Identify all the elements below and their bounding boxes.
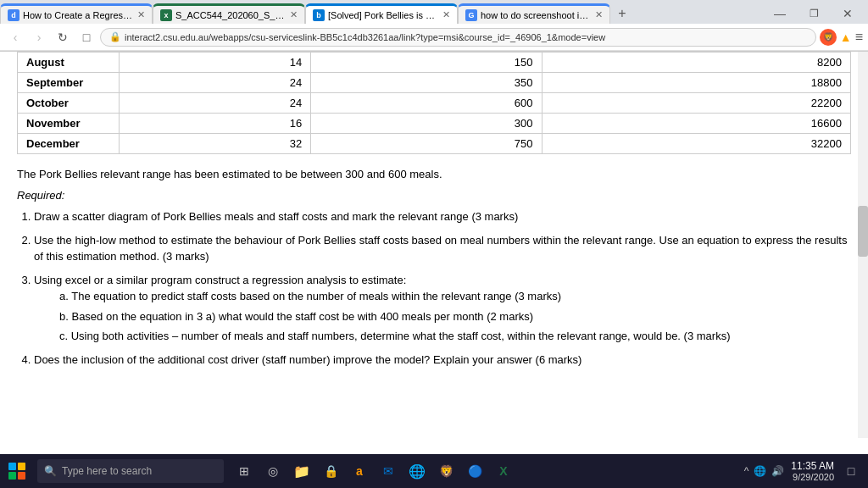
clock-date: 9/29/2020 — [791, 472, 834, 482]
clock[interactable]: 11:35 AM 9/29/2020 — [791, 460, 834, 482]
task-view-button[interactable]: ⊞ — [231, 456, 258, 486]
tab-bar: d How to Create a Regression Equa... ✕ x… — [0, 0, 868, 24]
taskbar-search-bar[interactable]: 🔍 Type here to search — [37, 459, 224, 483]
win-tile-1 — [8, 463, 16, 470]
tab1-close[interactable]: ✕ — [137, 9, 145, 20]
tab-2[interactable]: x S_ACC544_202060_S_I Decision Su... ✕ — [153, 3, 305, 24]
q3c-text: Using both activities – number of meals … — [71, 330, 731, 342]
clock-time: 11:35 AM — [791, 460, 834, 472]
home-button[interactable]: □ — [76, 27, 97, 47]
win-tile-3 — [8, 472, 16, 480]
month-cell: November — [18, 114, 120, 134]
meals-cell: 24 — [120, 93, 311, 114]
taskbar: 🔍 Type here to search ⊞ ◎ 📁 🔒 a ✉ 🌐 🦁 🔵 — [0, 454, 868, 488]
col4-cell: 18800 — [542, 73, 851, 93]
tab3-icon: b — [313, 9, 325, 21]
tab1-label: How to Create a Regression Equa... — [23, 10, 134, 20]
lock-icon: 🔒 — [109, 31, 121, 42]
system-icons: ^ 🌐 🔊 — [744, 465, 785, 477]
lock-taskbar-icon: 🔒 — [324, 464, 338, 478]
menu-button[interactable]: ≡ — [855, 30, 863, 45]
amazon-icon: a — [356, 464, 363, 478]
q4-text: Does the inclusion of the additional cos… — [34, 353, 581, 366]
tab2-label: S_ACC544_202060_S_I Decision Su... — [175, 10, 287, 20]
meals-cell: 24 — [120, 73, 311, 93]
q3a: a. The equation to predict staff costs b… — [59, 288, 851, 305]
taskbar-search-text: Type here to search — [62, 465, 152, 477]
win-tile-4 — [18, 472, 25, 480]
close-button[interactable]: ✕ — [831, 2, 865, 25]
q3b: b. Based on the equation in 3 a) what wo… — [59, 308, 851, 325]
add-tab-button[interactable]: + — [610, 3, 634, 24]
required-label: Required: — [17, 189, 851, 202]
browser-chrome: d How to Create a Regression Equa... ✕ x… — [0, 0, 868, 52]
windows-logo — [8, 463, 25, 480]
scrollbar-track[interactable] — [858, 52, 868, 438]
month-cell: October — [18, 93, 120, 114]
table-row: November 16 300 16600 — [18, 114, 851, 134]
forward-button[interactable]: › — [29, 27, 49, 47]
taskbar-item-brave[interactable]: 🦁 — [432, 456, 459, 486]
taskbar-item-excel[interactable]: X — [490, 456, 517, 486]
brave-taskbar-icon: 🦁 — [439, 464, 453, 478]
tab-4[interactable]: G how to do screenshoot in laptop h... ✕ — [458, 3, 610, 24]
col3-cell: 750 — [311, 134, 542, 154]
reload-button[interactable]: ↻ — [53, 27, 73, 47]
address-bar[interactable]: 🔒 interact2.csu.edu.au/webapps/csu-servi… — [100, 28, 816, 47]
notification-button[interactable]: □ — [841, 461, 861, 481]
question-2: Use the high-low method to estimate the … — [34, 232, 851, 265]
q3b-text: Based on the equation in 3 a) what would… — [71, 310, 533, 323]
meals-cell: 32 — [120, 134, 311, 154]
minimize-button[interactable]: — — [763, 2, 797, 25]
win-tile-2 — [18, 463, 25, 470]
taskbar-item-mail[interactable]: ✉ — [375, 456, 402, 486]
back-button[interactable]: ‹ — [5, 27, 25, 47]
warning-icon: ▲ — [840, 30, 852, 44]
restore-button[interactable]: ❐ — [797, 2, 831, 25]
task-view-icon: ⊞ — [239, 464, 249, 478]
q2-text: Use the high-low method to estimate the … — [34, 234, 847, 263]
table-row: December 32 750 32200 — [18, 134, 851, 154]
tab-1[interactable]: d How to Create a Regression Equa... ✕ — [0, 3, 153, 24]
q3c: c. Using both activities – number of mea… — [59, 328, 851, 345]
cortana-icon: ◎ — [268, 464, 278, 478]
excel-icon: X — [499, 464, 507, 478]
q3b-letter: b. — [59, 310, 71, 323]
tab-3[interactable]: b [Solved] Pork Bellies is considering..… — [305, 3, 458, 24]
month-cell: September — [18, 73, 120, 93]
taskbar-item-chrome[interactable]: 🔵 — [461, 456, 488, 486]
table-row: October 24 600 22200 — [18, 93, 851, 114]
month-cell: December — [18, 134, 120, 154]
brave-icon: 🦁 — [820, 29, 837, 46]
col3-cell: 350 — [311, 73, 542, 93]
tab2-close[interactable]: ✕ — [290, 9, 298, 20]
relevant-range-text: The Pork Bellies relevant range has been… — [17, 168, 851, 180]
col4-cell: 32200 — [542, 134, 851, 154]
tab2-icon: x — [160, 9, 172, 21]
col3-cell: 150 — [311, 53, 542, 73]
chevron-up-icon[interactable]: ^ — [744, 465, 749, 477]
taskbar-item-lock[interactable]: 🔒 — [317, 456, 344, 486]
start-button[interactable] — [0, 454, 34, 488]
nav-bar: ‹ › ↻ □ 🔒 interact2.csu.edu.au/webapps/c… — [0, 24, 868, 51]
address-text: interact2.csu.edu.au/webapps/csu-service… — [125, 32, 807, 42]
taskbar-item-amazon[interactable]: a — [346, 456, 373, 486]
taskbar-item-edge[interactable]: 🌐 — [403, 456, 431, 486]
q3a-text: The equation to predict staff costs base… — [71, 290, 561, 302]
q3-sub-list: a. The equation to predict staff costs b… — [34, 288, 851, 345]
page-content: August 14 150 8200 September 24 350 1880… — [0, 52, 868, 438]
data-table: August 14 150 8200 September 24 350 1880… — [17, 52, 851, 154]
scrollbar-thumb[interactable] — [858, 206, 868, 257]
question-1: Draw a scatter diagram of Pork Bellies m… — [34, 208, 851, 225]
tab3-close[interactable]: ✕ — [442, 9, 450, 20]
file-explorer-button[interactable]: 📁 — [288, 456, 315, 486]
tab4-close[interactable]: ✕ — [595, 9, 603, 20]
tab3-label: [Solved] Pork Bellies is considering... — [328, 10, 439, 20]
table-row: August 14 150 8200 — [18, 53, 851, 73]
volume-icon[interactable]: 🔊 — [771, 465, 784, 477]
edge-icon: 🌐 — [409, 463, 426, 480]
cortana-button[interactable]: ◎ — [259, 456, 287, 486]
taskbar-right: ^ 🌐 🔊 11:35 AM 9/29/2020 □ — [744, 460, 868, 482]
network-icon[interactable]: 🌐 — [754, 465, 766, 477]
search-icon: 🔍 — [44, 465, 57, 477]
